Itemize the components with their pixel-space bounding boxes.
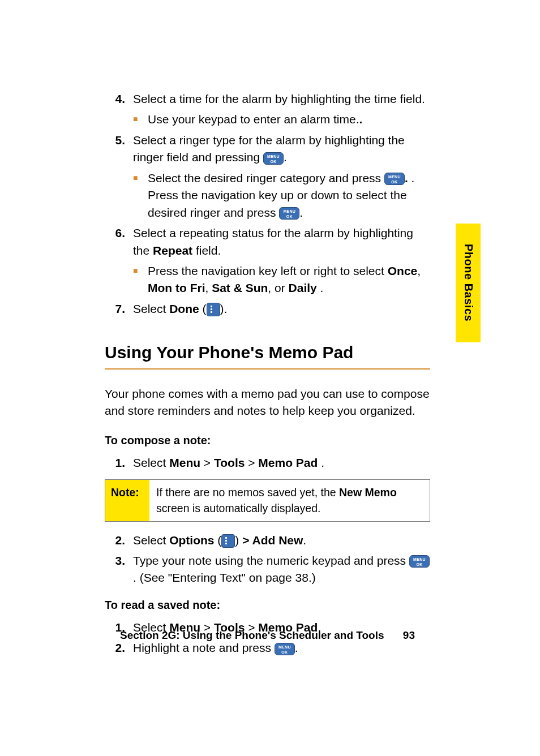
- step-6: 6. Select a repeating status for the ala…: [105, 225, 430, 259]
- menu-ok-key-icon: [384, 173, 405, 185]
- menu-ok-key-icon: [409, 555, 430, 568]
- compose-step-1: 1. Select Menu > Tools > Memo Pad .: [105, 454, 430, 471]
- step-text: Type your note using the numeric keypad …: [133, 552, 430, 587]
- step-number: 3.: [105, 552, 133, 587]
- heading-rule: [105, 368, 430, 370]
- step-sub-text: Press the navigation key left or right t…: [148, 263, 430, 297]
- compose-step-2: 2. Select Options () > Add New.: [105, 532, 430, 549]
- step-5-sub: ■ Select the desired ringer category and…: [133, 170, 430, 221]
- compose-step-3: 3. Type your note using the numeric keyp…: [105, 552, 430, 587]
- step-number: 6.: [105, 225, 133, 259]
- step-number: 2.: [105, 639, 133, 656]
- note-box: Note: If there are no memos saved yet, t…: [105, 479, 430, 522]
- bullet-icon: ■: [133, 263, 148, 297]
- footer-section: Section 2G: Using the Phone's Scheduler …: [120, 629, 384, 641]
- step-text: Select a repeating status for the alarm …: [133, 225, 430, 259]
- intro-paragraph: Your phone comes with a memo pad you can…: [105, 385, 430, 420]
- step-7: 7. Select Done ().: [105, 300, 430, 317]
- note-label: Note:: [105, 480, 149, 521]
- step-number: 4.: [105, 91, 133, 108]
- step-6-sub: ■ Press the navigation key left or right…: [133, 263, 430, 297]
- page-footer: Section 2G: Using the Phone's Scheduler …: [105, 629, 430, 642]
- softkey-icon: [207, 303, 220, 316]
- step-text: Select Menu > Tools > Memo Pad .: [133, 454, 430, 471]
- step-5: 5. Select a ringer type for the alarm by…: [105, 132, 430, 166]
- step-text: Select Done ().: [133, 300, 430, 317]
- read-step-2: 2. Highlight a note and press .: [105, 639, 430, 656]
- section-tab-label: Phone Basics: [462, 244, 475, 321]
- menu-ok-key-icon: [279, 207, 299, 220]
- softkey-icon: [221, 534, 235, 548]
- step-sub-text: Select the desired ringer category and p…: [148, 170, 430, 221]
- page-content: 4. Select a time for the alarm by highli…: [105, 91, 430, 660]
- compose-leadin: To compose a note:: [105, 432, 430, 449]
- step-number: 7.: [105, 300, 133, 317]
- section-tab: Phone Basics: [456, 224, 481, 342]
- step-sub-text: Use your keypad to enter an alarm time..: [148, 111, 430, 128]
- step-4: 4. Select a time for the alarm by highli…: [105, 91, 430, 108]
- section-heading: Using Your Phone's Memo Pad: [105, 340, 430, 365]
- step-number: 2.: [105, 532, 133, 549]
- menu-ok-key-icon: [275, 643, 295, 655]
- footer-page-number: 93: [403, 629, 415, 641]
- step-text: Highlight a note and press .: [133, 639, 430, 656]
- step-4-sub: ■ Use your keypad to enter an alarm time…: [133, 111, 430, 128]
- manual-page: Phone Basics 4. Select a time for the al…: [0, 0, 540, 756]
- step-text: Select a ringer type for the alarm by hi…: [133, 132, 430, 166]
- bullet-icon: ■: [133, 111, 148, 128]
- step-number: 5.: [105, 132, 133, 166]
- step-number: 1.: [105, 454, 133, 471]
- note-text: If there are no memos saved yet, the New…: [149, 480, 430, 521]
- read-leadin: To read a saved note:: [105, 597, 430, 613]
- bullet-icon: ■: [133, 170, 148, 221]
- step-text: Select a time for the alarm by highlight…: [133, 91, 430, 108]
- step-text: Select Options () > Add New.: [133, 532, 430, 549]
- menu-ok-key-icon: [263, 152, 284, 165]
